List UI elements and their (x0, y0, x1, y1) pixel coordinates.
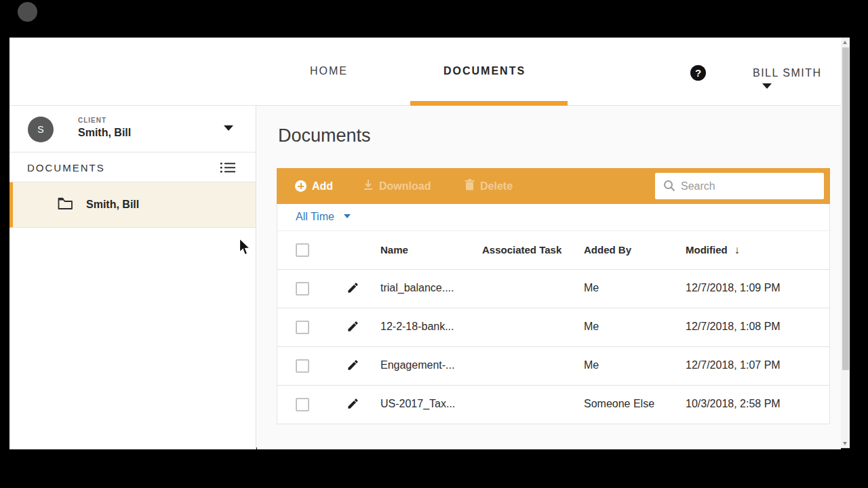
nav-tab-documents[interactable]: DOCUMENTS (443, 65, 526, 77)
table-row[interactable]: 12-2-18-bank... Me 12/7/2018, 1:08 PM (277, 308, 830, 347)
user-name: BILL SMITH (753, 67, 822, 79)
cell-added-by: Me (584, 321, 599, 333)
client-avatar: S (28, 117, 54, 142)
cell-added-by: Me (584, 282, 599, 294)
stray-avatar-circle (18, 2, 37, 22)
filter-row: All Time (277, 204, 830, 231)
search-icon (663, 180, 675, 195)
client-selector[interactable]: S CLIENT Smith, Bill (9, 106, 256, 152)
chevron-down-icon (344, 214, 351, 218)
table-row[interactable]: US-2017_Tax... Someone Else 10/3/2018, 2… (277, 386, 830, 424)
client-label: CLIENT (78, 117, 106, 124)
edit-pencil-icon[interactable] (347, 281, 359, 297)
sidebar-section-title: DOCUMENTS (27, 162, 105, 174)
top-nav: HOME DOCUMENTS ? BILL SMITH (9, 38, 841, 106)
folder-icon (58, 197, 73, 213)
column-header-modified-label: Modified (686, 244, 728, 256)
column-header-modified[interactable]: Modified ↓ (686, 244, 740, 256)
plus-circle-icon (295, 180, 307, 192)
delete-button[interactable]: Delete (465, 178, 513, 195)
documents-toolbar: Add Download (277, 168, 830, 204)
vertical-scrollbar[interactable] (841, 38, 850, 448)
cell-added-by: Me (584, 359, 599, 371)
download-button-label: Download (379, 180, 431, 192)
list-view-icon[interactable] (220, 161, 236, 177)
download-button[interactable]: Download (363, 178, 431, 195)
sidebar: S CLIENT Smith, Bill DOCUMENTS (9, 106, 256, 449)
row-checkbox[interactable] (296, 282, 309, 296)
search-box (655, 173, 824, 199)
cell-name: Engagement-... (380, 359, 454, 371)
scroll-down-arrow-icon[interactable] (843, 442, 847, 445)
cell-name: 12-2-18-bank... (380, 321, 454, 333)
edit-pencil-icon[interactable] (347, 397, 359, 413)
sidebar-section-header: DOCUMENTS (9, 152, 256, 182)
table-row[interactable]: trial_balance.... Me 12/7/2018, 1:09 PM (277, 270, 830, 308)
add-button-label: Add (312, 180, 333, 192)
app-window: HOME DOCUMENTS ? BILL SMITH S CLIENT Smi… (9, 37, 850, 449)
cell-added-by: Someone Else (584, 398, 654, 410)
chevron-down-icon (224, 125, 233, 131)
delete-button-label: Delete (480, 180, 513, 192)
table-row[interactable]: Engagement-... Me 12/7/2018, 1:07 PM (277, 347, 830, 386)
search-input[interactable] (681, 173, 820, 199)
scroll-up-arrow-icon[interactable] (843, 41, 847, 44)
trash-icon (465, 179, 475, 193)
cell-modified: 12/7/2018, 1:07 PM (686, 359, 781, 371)
time-filter-label: All Time (296, 211, 334, 222)
user-menu[interactable]: BILL SMITH (753, 67, 841, 92)
cell-name: trial_balance.... (380, 282, 454, 294)
tree-item-smith-bill[interactable]: Smith, Bill (9, 182, 256, 228)
main-content: Documents Add (257, 106, 841, 449)
column-header-added-by[interactable]: Added By (584, 244, 631, 256)
chevron-down-icon (762, 83, 772, 89)
cell-modified: 12/7/2018, 1:09 PM (686, 282, 781, 294)
cell-modified: 10/3/2018, 2:58 PM (686, 398, 781, 410)
column-header-name[interactable]: Name (380, 244, 408, 256)
nav-tab-home[interactable]: HOME (310, 65, 348, 77)
vertical-scrollbar-thumb[interactable] (842, 47, 849, 370)
client-name: Smith, Bill (78, 127, 131, 139)
documents-panel: Add Download (277, 168, 830, 424)
active-tab-underline (410, 101, 568, 106)
cell-modified: 12/7/2018, 1:08 PM (686, 321, 781, 333)
sort-desc-icon: ↓ (734, 244, 740, 256)
time-filter-dropdown[interactable]: All Time (296, 211, 351, 223)
help-icon[interactable]: ? (690, 65, 706, 81)
download-icon (363, 179, 374, 193)
edit-pencil-icon[interactable] (347, 320, 359, 336)
cell-name: US-2017_Tax... (380, 398, 455, 410)
row-checkbox[interactable] (296, 359, 309, 373)
row-checkbox[interactable] (296, 398, 309, 411)
tree-item-label: Smith, Bill (86, 199, 139, 211)
add-button[interactable]: Add (295, 178, 333, 195)
table-header-row: Name Associated Task Added By Modified ↓ (277, 231, 830, 270)
edit-pencil-icon[interactable] (347, 359, 359, 374)
row-checkbox[interactable] (296, 321, 309, 334)
select-all-checkbox[interactable] (296, 243, 309, 257)
page-title: Documents (278, 125, 371, 146)
column-header-associated-task[interactable]: Associated Task (482, 244, 561, 256)
